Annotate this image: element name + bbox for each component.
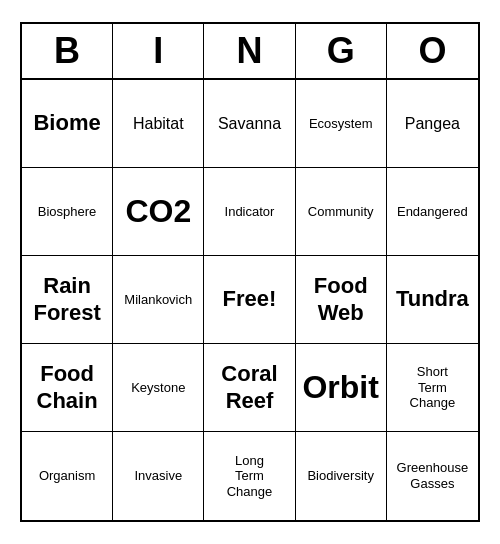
bingo-card: BINGO BiomeHabitatSavannaEcosystemPangea… xyxy=(20,22,480,522)
bingo-cell: Ecosystem xyxy=(296,80,387,168)
bingo-cell: GreenhouseGasses xyxy=(387,432,478,520)
header-letter: N xyxy=(204,24,295,78)
bingo-cell: Keystone xyxy=(113,344,204,432)
bingo-cell: Biosphere xyxy=(22,168,113,256)
header-letter: O xyxy=(387,24,478,78)
bingo-cell: Indicator xyxy=(204,168,295,256)
bingo-cell: Free! xyxy=(204,256,295,344)
bingo-cell: FoodWeb xyxy=(296,256,387,344)
cell-text: LongTermChange xyxy=(227,453,273,500)
cell-text: FoodWeb xyxy=(314,273,368,326)
bingo-header: BINGO xyxy=(22,24,478,80)
cell-text: Milankovich xyxy=(124,292,192,308)
header-letter: G xyxy=(296,24,387,78)
bingo-cell: FoodChain xyxy=(22,344,113,432)
bingo-cell: Habitat xyxy=(113,80,204,168)
cell-text: Indicator xyxy=(225,204,275,220)
cell-text: Savanna xyxy=(218,114,281,133)
bingo-cell: LongTermChange xyxy=(204,432,295,520)
bingo-cell: Milankovich xyxy=(113,256,204,344)
header-letter: I xyxy=(113,24,204,78)
bingo-cell: RainForest xyxy=(22,256,113,344)
bingo-cell: Pangea xyxy=(387,80,478,168)
header-letter: B xyxy=(22,24,113,78)
cell-text: CoralReef xyxy=(221,361,277,414)
cell-text: Community xyxy=(308,204,374,220)
bingo-cell: CoralReef xyxy=(204,344,295,432)
cell-text: GreenhouseGasses xyxy=(397,460,469,491)
cell-text: Keystone xyxy=(131,380,185,396)
cell-text: Biodiversity xyxy=(307,468,373,484)
bingo-cell: Invasive xyxy=(113,432,204,520)
cell-text: ShortTermChange xyxy=(410,364,456,411)
cell-text: Invasive xyxy=(134,468,182,484)
bingo-cell: ShortTermChange xyxy=(387,344,478,432)
bingo-cell: Biome xyxy=(22,80,113,168)
cell-text: Biosphere xyxy=(38,204,97,220)
bingo-cell: Tundra xyxy=(387,256,478,344)
bingo-cell: CO2 xyxy=(113,168,204,256)
bingo-cell: Biodiversity xyxy=(296,432,387,520)
cell-text: RainForest xyxy=(33,273,100,326)
cell-text: Ecosystem xyxy=(309,116,373,132)
cell-text: Pangea xyxy=(405,114,460,133)
bingo-grid: BiomeHabitatSavannaEcosystemPangeaBiosph… xyxy=(22,80,478,520)
bingo-cell: Savanna xyxy=(204,80,295,168)
cell-text: Organism xyxy=(39,468,95,484)
cell-text: Biome xyxy=(33,110,100,136)
bingo-cell: Orbit xyxy=(296,344,387,432)
bingo-cell: Endangered xyxy=(387,168,478,256)
bingo-cell: Community xyxy=(296,168,387,256)
cell-text: Orbit xyxy=(302,368,378,406)
cell-text: Tundra xyxy=(396,286,469,312)
cell-text: Habitat xyxy=(133,114,184,133)
cell-text: FoodChain xyxy=(37,361,98,414)
bingo-cell: Organism xyxy=(22,432,113,520)
cell-text: Endangered xyxy=(397,204,468,220)
cell-text: CO2 xyxy=(125,192,191,230)
cell-text: Free! xyxy=(223,286,277,312)
